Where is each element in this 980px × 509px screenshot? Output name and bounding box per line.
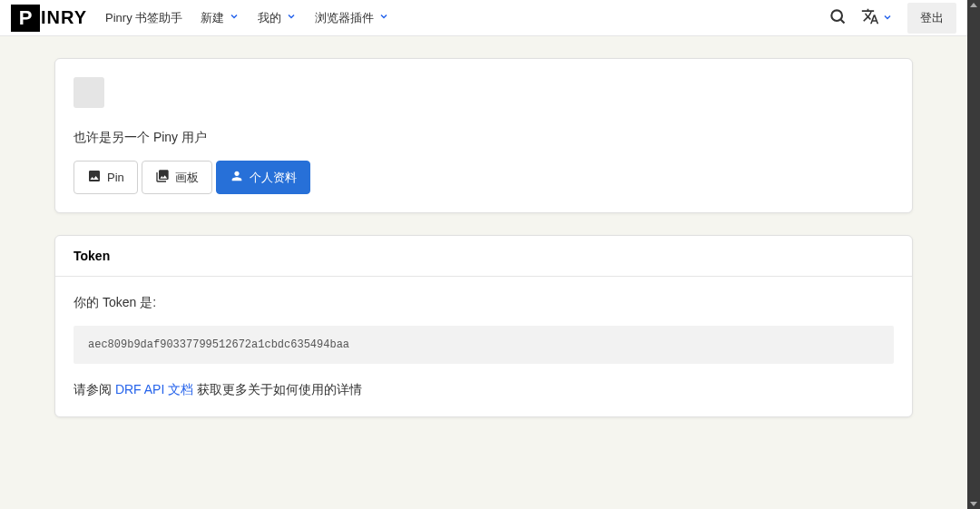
logo-badge: P <box>11 5 40 32</box>
nav-bookmarklet-label: Pinry 书签助手 <box>105 10 182 26</box>
svg-point-0 <box>831 10 842 21</box>
profile-tabs: Pin 画板 个人资料 <box>74 161 894 194</box>
chevron-down-icon <box>882 10 893 26</box>
page-content: 也许是另一个 Piny 用户 Pin 画板 个人资料 <box>0 36 967 461</box>
nav-mine-label: 我的 <box>258 10 281 26</box>
tab-board-label: 画板 <box>175 170 199 186</box>
tab-board[interactable]: 画板 <box>142 161 212 194</box>
tab-profile-label: 个人资料 <box>250 170 297 186</box>
avatar <box>74 77 104 108</box>
token-footer: 请参阅 DRF API 文档 获取更多关于如何使用的详情 <box>74 382 894 398</box>
user-description: 也许是另一个 Piny 用户 <box>74 130 894 146</box>
token-label: 你的 Token 是: <box>74 295 894 311</box>
person-icon <box>230 169 244 186</box>
nav-extensions-label: 浏览器插件 <box>315 10 374 26</box>
logo-text: INRY <box>41 7 87 28</box>
token-value: aec809b9daf90337799512672a1cbdc635494baa <box>74 326 894 364</box>
logout-button[interactable]: 登出 <box>907 3 956 34</box>
nav-bookmarklet[interactable]: Pinry 书签助手 <box>105 10 182 26</box>
nav-right: 登出 <box>828 3 956 34</box>
token-card-title: Token <box>55 236 912 277</box>
nav-mine[interactable]: 我的 <box>258 10 297 26</box>
tab-pin-label: Pin <box>107 171 124 184</box>
language-button[interactable] <box>861 7 893 29</box>
scrollbar[interactable] <box>967 0 980 509</box>
profile-card: 也许是另一个 Piny 用户 Pin 画板 个人资料 <box>54 58 913 213</box>
scroll-up-icon <box>970 3 977 7</box>
logo[interactable]: P INRY <box>11 5 87 32</box>
tab-pin[interactable]: Pin <box>74 161 138 194</box>
translate-icon <box>861 7 879 29</box>
chevron-down-icon <box>286 11 297 24</box>
token-footer-prefix: 请参阅 <box>74 382 115 396</box>
search-button[interactable] <box>828 7 847 29</box>
nav-create-label: 新建 <box>201 10 224 26</box>
tab-profile[interactable]: 个人资料 <box>216 161 310 194</box>
search-icon <box>828 7 847 29</box>
scroll-down-icon <box>970 502 977 506</box>
chevron-down-icon <box>229 11 240 24</box>
nav-items: Pinry 书签助手 新建 我的 浏览器插件 <box>105 10 389 26</box>
token-card: Token 你的 Token 是: aec809b9daf90337799512… <box>54 235 913 417</box>
token-card-body: 你的 Token 是: aec809b9daf90337799512672a1c… <box>55 277 912 416</box>
token-footer-suffix: 获取更多关于如何使用的详情 <box>193 382 362 396</box>
image-icon <box>87 169 102 186</box>
chevron-down-icon <box>378 11 389 24</box>
navbar: P INRY Pinry 书签助手 新建 我的 浏览器插件 <box>0 0 967 36</box>
nav-extensions[interactable]: 浏览器插件 <box>315 10 389 26</box>
collections-icon <box>155 169 170 186</box>
svg-line-1 <box>841 19 845 23</box>
drf-api-docs-link[interactable]: DRF API 文档 <box>115 382 193 396</box>
nav-create[interactable]: 新建 <box>201 10 240 26</box>
